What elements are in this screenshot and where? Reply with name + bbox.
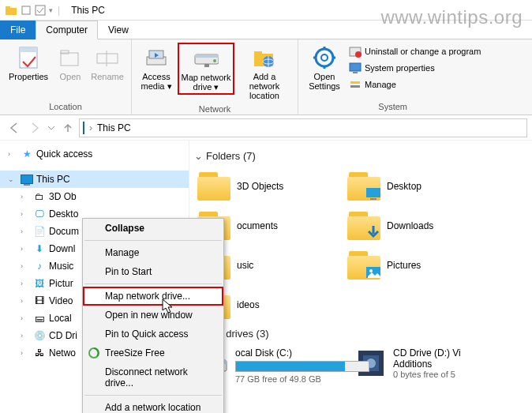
properties-button[interactable]: Properties [5, 43, 52, 84]
manage-button[interactable]: Manage [347, 77, 482, 92]
folder-icon [347, 251, 380, 280]
manage-icon [349, 78, 362, 91]
ctx-pin-start[interactable]: Pin to Start [83, 262, 223, 281]
ribbon-tabs: File Computer View [0, 21, 532, 39]
svg-point-23 [321, 54, 328, 61]
tab-computer[interactable]: Computer [36, 21, 98, 39]
monitor-icon [349, 62, 362, 74]
rename-button: Rename [88, 43, 126, 84]
desktop-icon: 🖵 [33, 208, 46, 220]
pc-icon [21, 173, 33, 186]
group-location: Properties Open Rename Location [0, 39, 132, 115]
folder-icon [197, 172, 230, 201]
ribbon: Properties Open Rename Location Access m… [0, 39, 532, 115]
folder-icon [347, 212, 380, 240]
address-box[interactable]: › This PC [79, 118, 527, 137]
svg-rect-6 [61, 53, 78, 66]
system-properties-button[interactable]: System properties [347, 61, 482, 75]
videos-icon: 🎞 [33, 295, 46, 307]
svg-rect-16 [204, 64, 209, 67]
nav-this-pc[interactable]: ⌄This PC [0, 171, 189, 188]
folder-icon [5, 4, 17, 17]
window-title: This PC [71, 5, 105, 16]
drive-icon: 🖴 [33, 312, 46, 325]
svg-rect-5 [20, 47, 37, 52]
svg-rect-8 [97, 54, 118, 63]
drive-icon [193, 46, 219, 71]
cd-icon: 💿 [33, 329, 46, 342]
svg-rect-0 [6, 8, 17, 15]
separator [84, 283, 222, 284]
svg-rect-34 [366, 188, 380, 197]
ctx-collapse[interactable]: Collapse [83, 219, 223, 238]
nav-quick-access[interactable]: ›★Quick access [0, 145, 189, 163]
uninstall-icon [349, 45, 362, 58]
context-menu: Collapse Manage Pin to Start Map network… [82, 218, 224, 413]
drives-header[interactable]: ⌄and drives (3) [194, 328, 532, 340]
svg-rect-1 [6, 6, 10, 9]
map-network-drive-button[interactable]: Map network drive ▾ [178, 43, 234, 95]
group-label-network: Network [137, 103, 293, 115]
music-icon: ♪ [33, 260, 46, 272]
ctx-treesize[interactable]: TreeSize Free [83, 344, 223, 362]
folder-desktop[interactable]: Desktop [344, 167, 494, 206]
ctx-map-network-drive[interactable]: Map network drive... [83, 287, 223, 306]
svg-rect-3 [36, 6, 45, 15]
ctx-manage[interactable]: Manage [83, 243, 223, 262]
address-text: This PC [97, 122, 131, 133]
nav-up-button[interactable] [58, 118, 77, 137]
folders-grid: 3D Objects Desktop ocuments Downloads us… [194, 167, 532, 325]
svg-rect-30 [350, 63, 361, 71]
nav-3d[interactable]: ›🗀3D Ob [0, 188, 189, 205]
media-icon [144, 45, 169, 70]
group-label-system: System [303, 100, 482, 113]
separator [84, 240, 222, 241]
group-label-location: Location [5, 100, 126, 113]
folder-icon [347, 172, 380, 201]
svg-rect-35 [370, 198, 377, 200]
svg-point-22 [316, 49, 333, 66]
ctx-open-new-window[interactable]: Open in new window [83, 306, 223, 325]
svg-point-29 [355, 51, 362, 58]
svg-rect-32 [350, 81, 360, 84]
access-media-button[interactable]: Access media ▾ [137, 43, 176, 93]
qat-checkbox-icon[interactable] [35, 5, 46, 16]
main-pane: ⌄Folders (7) 3D Objects Desktop ocuments… [189, 141, 532, 413]
pc-icon [83, 122, 84, 133]
address-bar: › This PC [0, 115, 532, 141]
globe-folder-icon [252, 45, 277, 70]
qat-dropdown-icon[interactable]: ▾ [49, 6, 53, 14]
title-bar: ▾ | This PC [0, 0, 532, 21]
folders-header[interactable]: ⌄Folders (7) [194, 150, 532, 162]
group-system: Open Settings Uninstall or change a prog… [298, 39, 487, 115]
pictures-icon: 🖼 [33, 277, 46, 290]
ctx-add-location[interactable]: Add a network location [83, 398, 223, 413]
downloads-icon: ⬇ [33, 242, 46, 255]
treesize-icon [88, 347, 100, 359]
documents-icon: 📄 [33, 225, 46, 238]
nav-back-button[interactable] [5, 118, 24, 137]
tab-file[interactable]: File [0, 21, 36, 39]
nav-recent-button[interactable] [46, 118, 57, 137]
svg-rect-18 [254, 51, 262, 54]
nav-forward-button [25, 118, 44, 137]
tab-view[interactable]: View [98, 21, 139, 39]
content-area: ›★Quick access ⌄This PC ›🗀3D Ob ›🖵Deskto… [0, 141, 532, 413]
svg-point-15 [213, 59, 216, 62]
properties-icon [16, 45, 41, 70]
qat-properties-icon[interactable] [21, 5, 32, 16]
svg-rect-2 [22, 6, 30, 14]
open-settings-button[interactable]: Open Settings [303, 43, 346, 93]
ctx-pin-quick-access[interactable]: Pin to Quick access [83, 325, 223, 344]
folder-pictures[interactable]: Pictures [344, 246, 494, 285]
drive-d[interactable]: CD Drive (D:) Vi Additions 0 bytes free … [352, 344, 510, 389]
rename-icon [95, 45, 120, 70]
ctx-disconnect[interactable]: Disconnect network drive... [83, 362, 223, 392]
add-network-location-button[interactable]: Add a network location [236, 43, 293, 103]
uninstall-program-button[interactable]: Uninstall or change a program [347, 44, 482, 58]
svg-rect-14 [195, 54, 219, 58]
folder-downloads[interactable]: Downloads [344, 206, 494, 246]
folder-3d[interactable]: 3D Objects [194, 167, 344, 206]
folder-icon: 🗀 [33, 190, 46, 203]
svg-rect-31 [353, 72, 358, 73]
